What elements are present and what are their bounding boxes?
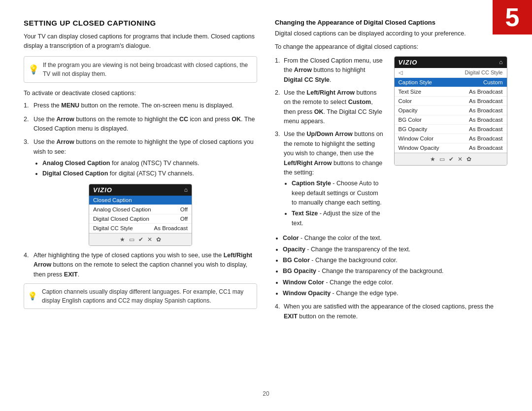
vizio-logo-right: VIZIO [399, 59, 418, 66]
step-2-num: 2. [24, 115, 29, 124]
tv-footer-right: ★ ▭ ✔ ✕ ✿ [395, 153, 507, 165]
bullet-window-color: Window Color - Change the edge color. [283, 278, 508, 287]
tv-mockup-left: VIZIO ⌂ Closed Caption Analog Closed Cap… [89, 184, 192, 246]
bullet-bg-color: BG Color - Change the background color. [283, 256, 508, 265]
tv-row-3-value: As Broadcast [154, 225, 188, 231]
page-container: SETTING UP CLOSED CAPTIONING Your TV can… [0, 0, 532, 411]
tv-row-1-value: Off [180, 206, 188, 212]
tv-row-r-back: ◁ Digital CC Style [395, 68, 507, 78]
bottom-bullets: Color - Change the color of the text. Op… [275, 234, 508, 298]
bulb-icon: 💡 [28, 63, 39, 76]
left-column: SETTING UP CLOSED CAPTIONING Your TV can… [24, 19, 257, 388]
btn-x-r: ✕ [458, 156, 463, 163]
step-4: 4. After highlighting the type of closed… [24, 251, 257, 279]
tv-row-r-4-value: As Broadcast [469, 117, 502, 123]
tv-row-r-back-icon: ◁ [399, 69, 402, 76]
step-1: 1. Press the MENU button on the remote. … [24, 101, 257, 110]
tv-row-r-6-value: As Broadcast [469, 136, 502, 141]
right-step-1: 1. From the Closed Caption menu, use the… [275, 56, 385, 85]
right-step-1-num: 1. [275, 56, 280, 66]
step-1-num: 1. [24, 101, 29, 110]
page-badge-number: 5 [505, 4, 520, 30]
tv-mockup-right-container: VIZIO ⌂ ◁ Digital CC Style Caption Style… [393, 56, 508, 232]
tv-row-2-value: Off [180, 216, 188, 222]
btn-gear: ✿ [156, 236, 161, 243]
step-4-list: 4. After highlighting the type of closed… [24, 251, 257, 279]
tv-row-1-label: Analog Closed Caption [93, 206, 151, 212]
tv-row-r-1: Text Size As Broadcast [395, 87, 507, 97]
tv-row-r-back-label: Digital CC Style [465, 69, 502, 75]
right-column: Changing the Appearance of Digital Close… [275, 19, 508, 388]
tv-row-0: Closed Caption [89, 196, 192, 205]
main-columns: SETTING UP CLOSED CAPTIONING Your TV can… [24, 19, 508, 388]
btn-rect: ▭ [129, 236, 134, 243]
tv-body-right: ◁ Digital CC Style Caption Style Custom … [395, 68, 507, 153]
bullet-opacity: Opacity - Change the transparency of the… [283, 245, 508, 254]
tv-row-r-1-label: Text Size [399, 89, 422, 95]
tv-row-r-5: BG Opacity As Broadcast [395, 125, 507, 134]
btn-gear-r: ✿ [466, 156, 471, 163]
tv-row-r-7: Window Opacity As Broadcast [395, 143, 507, 153]
steps-list-left: 1. Press the MENU button on the remote. … [24, 101, 257, 179]
tv-row-r-4: BG Color As Broadcast [395, 115, 507, 125]
btn-star: ★ [120, 236, 125, 243]
tv-row-r-1-value: As Broadcast [469, 89, 502, 95]
tv-header-left: VIZIO ⌂ [89, 184, 192, 196]
btn-x: ✕ [147, 236, 152, 243]
tv-header-right: VIZIO ⌂ [395, 57, 507, 68]
page-number: 20 [263, 390, 269, 397]
tv-row-r-3: Opacity As Broadcast [395, 106, 507, 115]
btn-check-r: ✔ [449, 156, 454, 163]
info-box-bottom: 💡 Caption channels usually display diffe… [24, 283, 257, 309]
right-step-3-num: 3. [275, 130, 280, 139]
bullet-digital: Digital Closed Caption for digital (ATSC… [42, 169, 257, 178]
right-inner-columns: 1. From the Closed Caption menu, use the… [275, 56, 508, 232]
bullet-analog: Analog Closed Caption for analog (NTSC) … [42, 159, 257, 168]
home-icon-right: ⌂ [499, 59, 502, 66]
tv-row-r-3-value: As Broadcast [469, 107, 502, 113]
right-steps-list: 1. From the Closed Caption menu, use the… [275, 56, 385, 228]
page-badge: 5 [493, 0, 532, 34]
tv-row-r-5-value: As Broadcast [469, 126, 502, 132]
tv-row-r-2-value: As Broadcast [469, 98, 502, 104]
tv-row-r-0-value: Custom [483, 79, 503, 85]
right-step-4: 4. When you are satisfied with the appea… [275, 302, 508, 321]
tv-row-r-3-label: Opacity [399, 107, 418, 113]
btn-star-r: ★ [430, 156, 435, 163]
tv-row-r-2-label: Color [399, 98, 412, 104]
right-step-intro: To change the appearance of digital clos… [275, 42, 508, 52]
right-step-2: 2. Use the Left/Right Arrow buttons on t… [275, 88, 385, 127]
tv-row-3-label: Digital CC Style [93, 225, 133, 231]
tv-row-2-label: Digital Closed Caption [93, 216, 149, 222]
right-text-col: 1. From the Closed Caption menu, use the… [275, 56, 385, 232]
tv-body-left: Closed Caption Analog Closed Caption Off… [89, 196, 192, 233]
bullet-caption-style: Caption Style - Choose Auto to keep defa… [292, 179, 385, 207]
tv-mockup-right: VIZIO ⌂ ◁ Digital CC Style Caption Style… [394, 56, 507, 166]
activate-text: To activate or deactivate closed caption… [24, 89, 257, 98]
right-step-2-num: 2. [275, 88, 280, 98]
step-3-bullets: Analog Closed Caption for analog (NTSC) … [33, 159, 257, 179]
step-4-right-list: 4. When you are satisfied with the appea… [275, 302, 508, 321]
tv-row-r-7-label: Window Opacity [399, 145, 439, 151]
step-3-num: 3. [24, 137, 29, 147]
info-box-text: If the program you are viewing is not be… [43, 62, 248, 77]
right-step-3: 3. Use the Up/Down Arrow buttons on the … [275, 130, 385, 228]
step-3: 3. Use the Arrow buttons on the remote t… [24, 137, 257, 179]
bullet-color: Color - Change the color of the text. [283, 234, 508, 243]
tv-row-r-6: Window Color As Broadcast [395, 134, 507, 143]
btn-rect-r: ▭ [439, 156, 445, 163]
tv-row-r-0-label: Caption Style [399, 79, 432, 85]
tv-row-r-2: Color As Broadcast [395, 97, 507, 106]
step-4-num: 4. [24, 251, 29, 260]
step-2: 2. Use the Arrow buttons on the remote t… [24, 115, 257, 134]
tv-footer-left: ★ ▭ ✔ ✕ ✿ [89, 233, 192, 245]
tv-row-1: Analog Closed Caption Off [89, 205, 192, 214]
intro-text: Your TV can display closed captions for … [24, 32, 257, 51]
page-footer: 20 [24, 390, 508, 397]
right-step-3-bullets: Caption Style - Choose Auto to keep defa… [284, 179, 385, 228]
tv-row-2: Digital Closed Caption Off [89, 214, 192, 224]
bottom-info-text: Caption channels usually display differe… [42, 288, 243, 304]
home-icon-left: ⌂ [184, 186, 188, 193]
right-step-4-num: 4. [275, 302, 280, 311]
bullet-bg-opacity: BG Opacity - Change the transparency of … [283, 267, 508, 276]
